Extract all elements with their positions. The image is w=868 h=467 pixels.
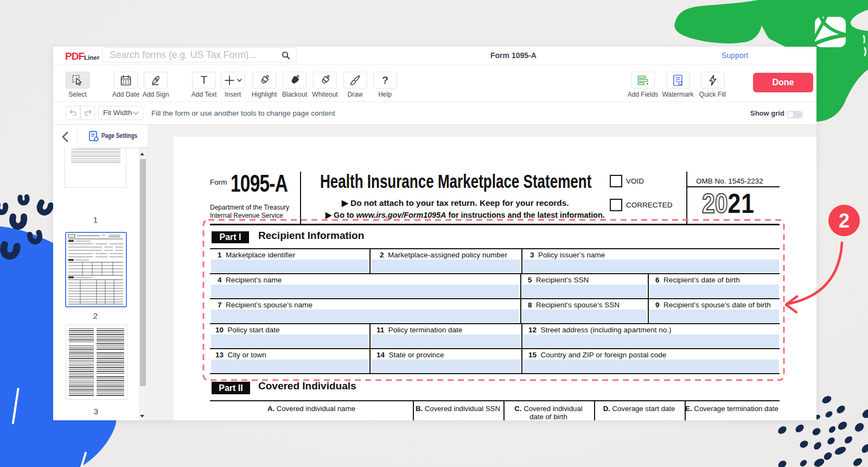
svg-text:2: 2 <box>839 210 850 232</box>
